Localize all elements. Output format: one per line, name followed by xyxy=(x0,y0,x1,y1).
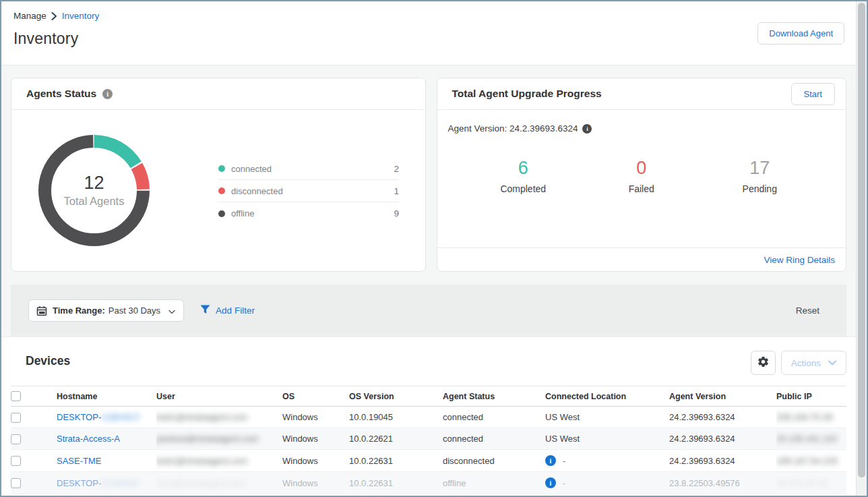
row-checkbox[interactable] xyxy=(11,413,21,423)
col-hostname[interactable]: Hostname xyxy=(57,386,156,407)
agent-status-cell: offline xyxy=(443,472,545,494)
location-cell: US West xyxy=(545,428,669,450)
add-filter-button[interactable]: Add Filter xyxy=(200,305,255,317)
chevron-right-icon xyxy=(51,12,57,20)
agent-version-info-icon[interactable]: i xyxy=(582,124,592,134)
legend-item-connected[interactable]: connected 2 xyxy=(218,158,399,180)
os-version-cell: 10.0.22631 xyxy=(349,472,443,494)
legend-value: 2 xyxy=(394,164,399,174)
agent-version-cell: 24.2.39693.6324 xyxy=(669,407,776,428)
agents-status-title: Agents Status xyxy=(26,88,96,100)
location-cell: US West xyxy=(545,407,669,428)
agents-status-donut-chart: 12 Total Agents xyxy=(38,135,150,246)
user-email: jandrew@strataagent.com xyxy=(156,434,259,444)
location-cell: - xyxy=(563,478,565,488)
legend-label: disconnected xyxy=(231,186,394,196)
col-os[interactable]: OS xyxy=(282,386,349,407)
disconnected-dot-icon xyxy=(218,187,225,194)
hostname-link[interactable]: DESKTOP-2U3B4N0 xyxy=(57,478,140,488)
total-agents-value: 12 xyxy=(84,173,104,194)
agents-status-info-icon[interactable]: i xyxy=(102,89,113,99)
actions-dropdown[interactable]: Actions xyxy=(781,351,846,375)
pending-label: Pending xyxy=(701,183,819,194)
time-range-dropdown[interactable]: Time Range: Past 30 Days xyxy=(28,299,184,322)
os-version-cell: 10.0.22631 xyxy=(349,450,443,472)
stat-failed: 0 Failed xyxy=(582,158,701,194)
legend-item-disconnected[interactable]: disconnected 1 xyxy=(218,180,399,202)
table-row: SASE-TME bob1@strataagent.com Windows 10… xyxy=(11,450,846,472)
download-agent-button[interactable]: Download Agent xyxy=(757,22,844,45)
dashboard-area: Agents Status i 12 Total xyxy=(1,65,856,337)
public-ip: 20.135.241.102 xyxy=(776,434,837,444)
col-user[interactable]: User xyxy=(156,386,282,407)
agent-version-text: Agent Version: 24.2.39693.6324 xyxy=(448,123,578,134)
app-window: Manage Inventory Inventory Download Agen… xyxy=(0,0,868,497)
col-agent-status[interactable]: Agent Status xyxy=(443,386,545,407)
row-checkbox[interactable] xyxy=(11,478,21,488)
col-connected-location[interactable]: Connected Location xyxy=(545,386,669,407)
breadcrumb-inventory[interactable]: Inventory xyxy=(62,11,100,21)
os-version-cell: 10.0.22621 xyxy=(349,428,443,450)
user-email: bob1@strataagent.com xyxy=(156,456,247,466)
start-button[interactable]: Start xyxy=(791,83,835,105)
offline-dot-icon xyxy=(218,210,225,217)
location-info-icon[interactable]: i xyxy=(545,477,556,488)
calendar-icon xyxy=(36,305,47,316)
os-cell: Windows xyxy=(282,472,349,494)
agent-version-cell: 24.2.39693.6324 xyxy=(669,428,776,450)
view-ring-details-link[interactable]: View Ring Details xyxy=(764,255,835,265)
location-info-icon[interactable]: i xyxy=(545,455,556,466)
table-row: DESKTOP-2U3B4N0 terry@strataagent.com Wi… xyxy=(11,472,846,494)
legend-item-offline[interactable]: offline 9 xyxy=(218,202,399,225)
scrollbar-thumb[interactable] xyxy=(858,3,865,477)
failed-value: 0 xyxy=(582,158,701,179)
hostname-link[interactable]: DESKTOP-A1BH4U7 xyxy=(57,412,140,422)
stat-completed: 6 Completed xyxy=(464,158,583,194)
agent-status-cell: disconnected xyxy=(443,450,545,472)
total-agents-label: Total Agents xyxy=(64,195,125,208)
os-cell: Windows xyxy=(282,407,349,428)
devices-section: Devices Actions xyxy=(1,337,856,494)
row-checkbox[interactable] xyxy=(11,456,21,466)
select-all-checkbox[interactable] xyxy=(11,391,21,401)
page-header: Manage Inventory Inventory Download Agen… xyxy=(1,1,856,65)
breadcrumb-manage[interactable]: Manage xyxy=(13,11,46,21)
os-cell: Windows xyxy=(282,450,349,472)
col-os-version[interactable]: OS Version xyxy=(349,386,443,407)
user-email: bob1@strataagent.com xyxy=(156,412,247,422)
os-version-cell: 10.0.19045 xyxy=(349,407,443,428)
filter-funnel-icon xyxy=(200,305,210,317)
table-settings-button[interactable] xyxy=(751,351,776,375)
chevron-down-icon xyxy=(168,305,175,317)
add-filter-label: Add Filter xyxy=(216,305,255,316)
hostname-link[interactable]: Strata-Access-A xyxy=(57,434,120,444)
gear-icon xyxy=(757,355,770,371)
stat-pending: 17 Pending xyxy=(701,158,819,194)
filter-bar: Time Range: Past 30 Days Add Filter Rese… xyxy=(11,285,846,337)
public-ip: 76.102.43.55 xyxy=(776,478,828,488)
legend-value: 1 xyxy=(394,186,399,196)
agent-version-cell: 24.2.39693.6324 xyxy=(669,450,776,472)
time-range-label: Time Range: xyxy=(53,305,105,316)
hostname-link[interactable]: SASE-TME xyxy=(57,456,101,466)
time-range-value: Past 30 Days xyxy=(108,305,160,316)
upgrade-progress-card: Total Agent Upgrade Progress Start Agent… xyxy=(437,78,847,272)
devices-title: Devices xyxy=(26,354,70,368)
failed-label: Failed xyxy=(582,183,701,194)
agents-status-card: Agents Status i 12 Total xyxy=(11,78,426,272)
upgrade-stats: 6 Completed 0 Failed 17 Pending xyxy=(448,158,836,194)
completed-label: Completed xyxy=(464,183,583,194)
agent-version-cell: 23.8.22503.49576 xyxy=(669,472,776,494)
col-public-ip[interactable]: Public IP xyxy=(776,386,846,407)
table-row: DESKTOP-A1BH4U7 bob1@strataagent.com Win… xyxy=(11,407,846,428)
devices-table: Hostname User OS OS Version Agent Status… xyxy=(11,386,846,494)
legend-value: 9 xyxy=(394,208,399,218)
reset-button[interactable]: Reset xyxy=(796,305,819,316)
row-checkbox[interactable] xyxy=(11,434,21,444)
connected-dot-icon xyxy=(218,165,225,172)
col-agent-version[interactable]: Agent Version xyxy=(669,386,776,407)
vertical-scrollbar[interactable] xyxy=(856,1,867,496)
legend-label: offline xyxy=(231,208,394,218)
pending-value: 17 xyxy=(701,158,819,179)
location-cell: - xyxy=(563,456,565,466)
